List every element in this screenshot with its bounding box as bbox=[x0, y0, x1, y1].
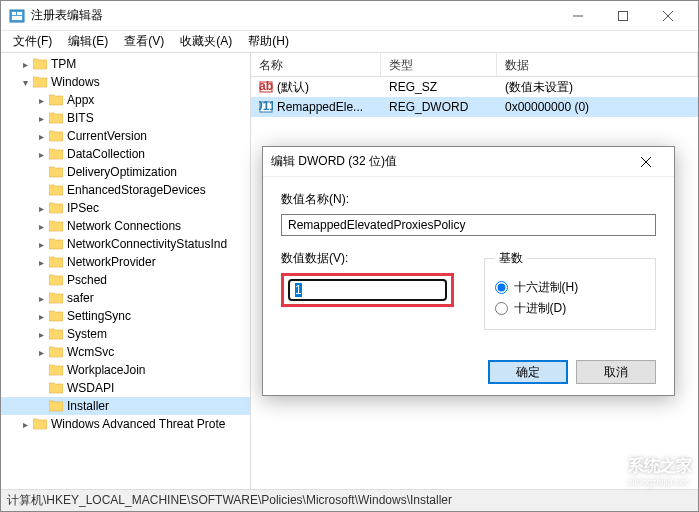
tree-item-label: Psched bbox=[67, 273, 107, 287]
svg-rect-3 bbox=[12, 16, 22, 20]
folder-icon bbox=[49, 256, 63, 268]
expander-icon[interactable] bbox=[33, 272, 49, 288]
expander-icon[interactable]: ▸ bbox=[33, 110, 49, 126]
expander-icon[interactable]: ▸ bbox=[33, 218, 49, 234]
tree-item-label: CurrentVersion bbox=[67, 129, 147, 143]
expander-icon[interactable]: ▸ bbox=[33, 254, 49, 270]
tree-item[interactable]: ▸DataCollection bbox=[1, 145, 250, 163]
statusbar: 计算机\HKEY_LOCAL_MACHINE\SOFTWARE\Policies… bbox=[1, 489, 698, 511]
expander-icon[interactable]: ▸ bbox=[33, 92, 49, 108]
expander-icon[interactable] bbox=[33, 362, 49, 378]
folder-icon bbox=[49, 274, 63, 286]
tree-item[interactable]: ▸SettingSync bbox=[1, 307, 250, 325]
tree-item[interactable]: ▸BITS bbox=[1, 109, 250, 127]
radix-hex-radio[interactable] bbox=[495, 281, 508, 294]
expander-icon[interactable]: ▸ bbox=[33, 344, 49, 360]
expander-icon[interactable] bbox=[33, 380, 49, 396]
tree-item[interactable]: WorkplaceJoin bbox=[1, 361, 250, 379]
expander-icon[interactable]: ▾ bbox=[17, 74, 33, 90]
header-name[interactable]: 名称 bbox=[251, 53, 381, 76]
tree-item-label: BITS bbox=[67, 111, 94, 125]
tree-item[interactable]: Installer bbox=[1, 397, 250, 415]
radix-dec-row[interactable]: 十进制(D) bbox=[495, 300, 646, 317]
expander-icon[interactable]: ▸ bbox=[33, 128, 49, 144]
expander-icon[interactable] bbox=[33, 164, 49, 180]
tree-item-label: Installer bbox=[67, 399, 109, 413]
menu-favorites[interactable]: 收藏夹(A) bbox=[172, 31, 240, 52]
expander-icon[interactable]: ▸ bbox=[33, 236, 49, 252]
menu-edit[interactable]: 编辑(E) bbox=[60, 31, 116, 52]
value-type: REG_DWORD bbox=[385, 100, 501, 114]
expander-icon[interactable]: ▸ bbox=[33, 200, 49, 216]
binary-value-icon: 011 bbox=[259, 100, 273, 114]
tree-panel[interactable]: ▸TPM▾Windows▸Appx▸BITS▸CurrentVersion▸Da… bbox=[1, 53, 251, 489]
value-data: (数值未设置) bbox=[501, 79, 694, 96]
tree-item-label: TPM bbox=[51, 57, 76, 71]
tree-item-label: NetworkConnectivityStatusInd bbox=[67, 237, 227, 251]
folder-icon bbox=[49, 220, 63, 232]
expander-icon[interactable]: ▸ bbox=[33, 326, 49, 342]
value-name: (默认) bbox=[277, 79, 309, 96]
tree-item[interactable]: ▸System bbox=[1, 325, 250, 343]
value-type: REG_SZ bbox=[385, 80, 501, 94]
ok-button[interactable]: 确定 bbox=[488, 360, 568, 384]
expander-icon[interactable] bbox=[33, 182, 49, 198]
menu-file[interactable]: 文件(F) bbox=[5, 31, 60, 52]
header-type[interactable]: 类型 bbox=[381, 53, 497, 76]
folder-icon bbox=[49, 310, 63, 322]
folder-icon bbox=[49, 94, 63, 106]
dialog-close-button[interactable] bbox=[626, 148, 666, 176]
radix-dec-radio[interactable] bbox=[495, 302, 508, 315]
minimize-button[interactable] bbox=[555, 1, 600, 31]
tree-item[interactable]: ▾Windows bbox=[1, 73, 250, 91]
app-icon bbox=[9, 8, 25, 24]
tree-item[interactable]: ▸WcmSvc bbox=[1, 343, 250, 361]
tree-item[interactable]: Psched bbox=[1, 271, 250, 289]
value-name-input[interactable] bbox=[281, 214, 656, 236]
cancel-button[interactable]: 取消 bbox=[576, 360, 656, 384]
base-legend: 基数 bbox=[495, 250, 527, 267]
value-data-input[interactable] bbox=[288, 279, 447, 301]
close-button[interactable] bbox=[645, 1, 690, 31]
folder-icon bbox=[49, 166, 63, 178]
tree-item-label: WcmSvc bbox=[67, 345, 114, 359]
tree-item[interactable]: ▸NetworkProvider bbox=[1, 253, 250, 271]
tree-item[interactable]: ▸Network Connections bbox=[1, 217, 250, 235]
tree-item[interactable]: ▸IPSec bbox=[1, 199, 250, 217]
expander-icon[interactable]: ▸ bbox=[17, 56, 33, 72]
tree-item[interactable]: EnhancedStorageDevices bbox=[1, 181, 250, 199]
folder-icon bbox=[49, 328, 63, 340]
tree-item[interactable]: ▸NetworkConnectivityStatusInd bbox=[1, 235, 250, 253]
expander-icon[interactable]: ▸ bbox=[17, 416, 33, 432]
tree-item[interactable]: WSDAPI bbox=[1, 379, 250, 397]
list-body: ab(默认)REG_SZ(数值未设置)011RemappedEle...REG_… bbox=[251, 77, 698, 117]
radix-hex-row[interactable]: 十六进制(H) bbox=[495, 279, 646, 296]
menu-help[interactable]: 帮助(H) bbox=[240, 31, 297, 52]
tree-item[interactable]: ▸CurrentVersion bbox=[1, 127, 250, 145]
value-name: RemappedEle... bbox=[277, 100, 363, 114]
tree-item[interactable]: ▸safer bbox=[1, 289, 250, 307]
folder-icon bbox=[33, 418, 47, 430]
titlebar-text: 注册表编辑器 bbox=[31, 7, 555, 24]
titlebar: 注册表编辑器 bbox=[1, 1, 698, 31]
list-header: 名称 类型 数据 bbox=[251, 53, 698, 77]
expander-icon[interactable]: ▸ bbox=[33, 290, 49, 306]
tree-item[interactable]: ▸TPM bbox=[1, 55, 250, 73]
expander-icon[interactable] bbox=[33, 398, 49, 414]
tree-item[interactable]: DeliveryOptimization bbox=[1, 163, 250, 181]
expander-icon[interactable]: ▸ bbox=[33, 146, 49, 162]
value-name-label: 数值名称(N): bbox=[281, 191, 656, 208]
expander-icon[interactable]: ▸ bbox=[33, 308, 49, 324]
list-row[interactable]: ab(默认)REG_SZ(数值未设置) bbox=[251, 77, 698, 97]
tree-item-label: DataCollection bbox=[67, 147, 145, 161]
header-data[interactable]: 数据 bbox=[497, 53, 698, 76]
menu-view[interactable]: 查看(V) bbox=[116, 31, 172, 52]
tree-item[interactable]: ▸Appx bbox=[1, 91, 250, 109]
tree-item[interactable]: ▸Windows Advanced Threat Prote bbox=[1, 415, 250, 433]
dialog-titlebar[interactable]: 编辑 DWORD (32 位)值 bbox=[263, 147, 674, 177]
maximize-button[interactable] bbox=[600, 1, 645, 31]
tree-item-label: WSDAPI bbox=[67, 381, 114, 395]
list-row[interactable]: 011RemappedEle...REG_DWORD0x00000000 (0) bbox=[251, 97, 698, 117]
tree-item-label: WorkplaceJoin bbox=[67, 363, 145, 377]
folder-icon bbox=[49, 112, 63, 124]
